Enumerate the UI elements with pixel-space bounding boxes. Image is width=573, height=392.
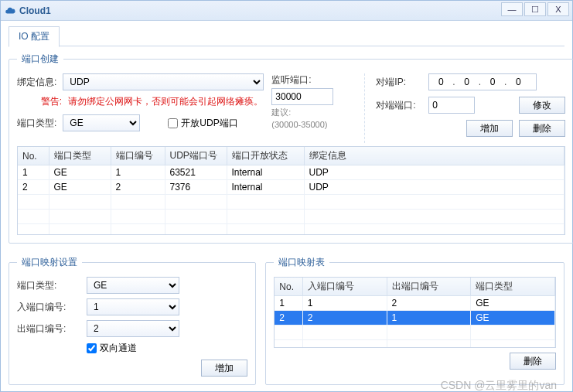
mt-col-type[interactable]: 端口类型 bbox=[471, 278, 555, 296]
ms-in-label: 入端口编号: bbox=[17, 301, 87, 314]
port-type-label: 端口类型: bbox=[17, 117, 56, 130]
open-udp-input[interactable] bbox=[168, 118, 178, 128]
ip-seg-4[interactable] bbox=[506, 77, 530, 87]
warn-text: 请勿绑定公网网卡，否则可能会引起网络瘫痪。 bbox=[68, 95, 263, 108]
col-bind[interactable]: 绑定信息 bbox=[304, 147, 564, 165]
ip-seg-2[interactable] bbox=[455, 77, 479, 87]
group-map-table: 端口映射表 No. 入端口编号 出端口编号 端口类型 112GE bbox=[265, 256, 564, 385]
ip-seg-1[interactable] bbox=[429, 77, 452, 87]
ms-in-select[interactable]: 1 bbox=[87, 298, 179, 315]
ms-out-select[interactable]: 2 bbox=[87, 320, 179, 337]
group-port-create: 端口创建 绑定信息: UDP 警告: 请勿绑定公网网卡，否则可能会引起网络瘫痪。 bbox=[9, 53, 573, 244]
table-row[interactable]: 2GE27376InternalUDP bbox=[18, 180, 564, 195]
col-type[interactable]: 端口类型 bbox=[49, 147, 111, 165]
mt-col-no[interactable]: No. bbox=[275, 278, 302, 296]
mt-col-in[interactable]: 入端口编号 bbox=[302, 278, 387, 296]
window-title: Cloud1 bbox=[19, 5, 51, 16]
table-row[interactable]: 112GE bbox=[275, 296, 554, 311]
group-map-settings: 端口映射设置 端口类型: GE 入端口编号: 1 出端口编号: 2 双向通道 bbox=[9, 256, 256, 385]
ms-port-type-label: 端口类型: bbox=[17, 279, 87, 292]
mt-col-out[interactable]: 出端口编号 bbox=[387, 278, 471, 296]
col-no[interactable]: No. bbox=[18, 147, 49, 165]
listen-label: 监听端口: bbox=[271, 73, 311, 87]
col-udp[interactable]: UDP端口号 bbox=[165, 147, 227, 165]
client-area: IO 配置 端口创建 绑定信息: UDP 警告: 请勿绑定公网网卡，否则可能会引… bbox=[1, 21, 572, 391]
titlebar: Cloud1 — ☐ X bbox=[1, 1, 572, 21]
table-row[interactable]: 221GE bbox=[275, 311, 554, 326]
bind-select[interactable]: UDP bbox=[63, 73, 264, 90]
legend-map-settings: 端口映射设置 bbox=[17, 256, 82, 269]
modify-button[interactable]: 修改 bbox=[519, 97, 565, 114]
maximize-button[interactable]: ☐ bbox=[524, 2, 546, 16]
ms-port-type-select[interactable]: GE bbox=[87, 277, 179, 294]
map-table[interactable]: No. 入端口编号 出端口编号 端口类型 112GE 221GE bbox=[274, 277, 556, 348]
col-open[interactable]: 端口开放状态 bbox=[227, 147, 304, 165]
peer-ip-input[interactable]: . . . bbox=[428, 73, 537, 90]
tab-io-config[interactable]: IO 配置 bbox=[9, 26, 60, 47]
bidir-input[interactable] bbox=[87, 343, 97, 353]
suggest-range: (30000-35000) bbox=[271, 120, 327, 129]
peer-port-label: 对端端口: bbox=[376, 99, 422, 112]
app-window: Cloud1 — ☐ X IO 配置 端口创建 绑定信息: UDP bbox=[0, 0, 573, 392]
bind-label: 绑定信息: bbox=[17, 76, 56, 89]
ip-seg-3[interactable] bbox=[481, 77, 504, 87]
peer-port-input[interactable] bbox=[428, 97, 475, 114]
col-idx[interactable]: 端口编号 bbox=[111, 147, 165, 165]
minimize-button[interactable]: — bbox=[501, 2, 523, 16]
legend-map-table: 端口映射表 bbox=[274, 256, 329, 269]
ms-out-label: 出端口编号: bbox=[17, 322, 87, 336]
bidir-checkbox[interactable]: 双向通道 bbox=[87, 342, 137, 355]
delete-port-button[interactable]: 删除 bbox=[519, 120, 565, 137]
port-table[interactable]: No. 端口类型 端口编号 UDP端口号 端口开放状态 绑定信息 1GE1635… bbox=[17, 146, 565, 235]
suggest-label: 建议: bbox=[271, 107, 291, 118]
table-row[interactable]: 1GE163521InternalUDP bbox=[18, 165, 564, 180]
ms-add-button[interactable]: 增加 bbox=[201, 360, 247, 377]
warn-label: 警告: bbox=[17, 95, 62, 108]
legend-port-create: 端口创建 bbox=[17, 53, 63, 66]
bidir-label: 双向通道 bbox=[100, 342, 137, 355]
open-udp-checkbox[interactable]: 开放UDP端口 bbox=[168, 117, 237, 130]
open-udp-label: 开放UDP端口 bbox=[181, 117, 237, 130]
close-button[interactable]: X bbox=[547, 2, 569, 16]
port-type-select[interactable]: GE bbox=[63, 114, 140, 131]
listen-port-input[interactable] bbox=[271, 88, 333, 105]
mt-delete-button[interactable]: 删除 bbox=[510, 353, 556, 370]
peer-ip-label: 对端IP: bbox=[376, 76, 422, 89]
cloud-icon bbox=[4, 5, 16, 17]
add-port-button[interactable]: 增加 bbox=[466, 120, 513, 137]
